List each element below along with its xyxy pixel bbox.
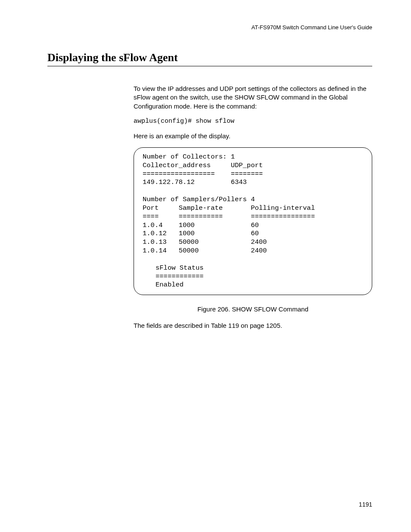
samplers-header: Number of Samplers/Pollers 4 <box>143 196 363 204</box>
body-content: To view the IP addresses and UDP port se… <box>134 84 372 330</box>
sampler-columns: Port Sample-rate Polling-interval <box>143 204 363 213</box>
intro-paragraph: To view the IP addresses and UDP port se… <box>134 84 372 111</box>
example-lead: Here is an example of the display. <box>134 132 372 140</box>
sampler-row-2: 1.0.12 1000 60 <box>143 230 363 238</box>
status-title: sFlow Status <box>143 264 363 273</box>
collector-row: 149.122.78.12 6343 <box>143 178 363 187</box>
collector-columns: Collector_address UDP_port <box>143 162 363 170</box>
page: AT-FS970M Switch Command Line User's Gui… <box>0 0 411 532</box>
command-line: awplus(config)# show sflow <box>134 118 372 125</box>
status-value: Enabled <box>143 281 363 289</box>
blank-line-2 <box>143 255 363 264</box>
status-divider: ============ <box>143 273 363 281</box>
figure-caption: Figure 206. SHOW SFLOW Command <box>134 305 372 313</box>
collectors-header: Number of Collectors: 1 <box>143 153 363 162</box>
page-number: 1191 <box>359 501 372 508</box>
running-header: AT-FS970M Switch Command Line User's Gui… <box>47 24 372 31</box>
sampler-row-1: 1.0.4 1000 60 <box>143 221 363 230</box>
section-title: Displaying the sFlow Agent <box>47 51 372 66</box>
sampler-divider: ==== =========== ================ <box>143 213 363 221</box>
closing-paragraph: The fields are described in Table 119 on… <box>134 321 372 330</box>
sampler-row-3: 1.0.13 50000 2400 <box>143 238 363 247</box>
blank-line <box>143 187 363 196</box>
collector-divider: ================== ======== <box>143 170 363 179</box>
terminal-output: Number of Collectors: 1Collector_address… <box>134 147 372 295</box>
sampler-row-4: 1.0.14 50000 2400 <box>143 247 363 255</box>
